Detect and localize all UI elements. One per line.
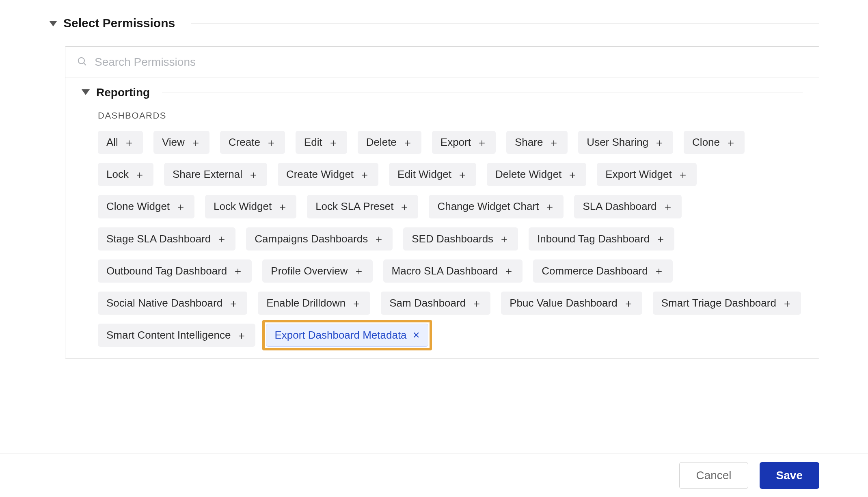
- add-icon[interactable]: ＋: [654, 137, 665, 148]
- add-icon[interactable]: ＋: [124, 137, 134, 148]
- permission-chip[interactable]: Enable Drilldown＋: [258, 292, 370, 315]
- cancel-button[interactable]: Cancel: [679, 462, 748, 489]
- permission-chip[interactable]: SED Dashboards＋: [403, 227, 518, 251]
- permission-chip[interactable]: Smart Content Intelligence＋: [98, 324, 255, 347]
- permission-chip[interactable]: Change Widget Chart＋: [429, 195, 564, 218]
- section-header: Select Permissions: [49, 16, 819, 30]
- add-icon[interactable]: ＋: [233, 266, 243, 276]
- permission-group: Reporting DASHBOARDS All＋View＋Create＋Edi…: [65, 78, 819, 358]
- chip-label: Social Native Dashboard: [106, 297, 222, 309]
- add-icon[interactable]: ＋: [351, 298, 362, 309]
- add-icon[interactable]: ＋: [663, 201, 673, 212]
- add-icon[interactable]: ＋: [374, 233, 384, 244]
- permission-chip[interactable]: Share External＋: [164, 163, 267, 186]
- permission-chip[interactable]: Export＋: [432, 131, 496, 154]
- add-icon[interactable]: ＋: [248, 169, 259, 180]
- add-icon[interactable]: ＋: [544, 201, 555, 212]
- permission-chip[interactable]: Clone＋: [684, 131, 745, 154]
- chip-label: Sam Dashboard: [389, 297, 466, 309]
- add-icon[interactable]: ＋: [277, 201, 288, 212]
- add-icon[interactable]: ＋: [190, 137, 201, 148]
- chip-label: Export Widget: [605, 168, 672, 181]
- permission-chip[interactable]: Delete＋: [358, 131, 421, 154]
- chip-label: Delete: [366, 136, 397, 149]
- permission-chip[interactable]: Delete Widget＋: [487, 163, 586, 186]
- chip-label: Clone: [692, 136, 720, 149]
- add-icon[interactable]: ＋: [399, 201, 410, 212]
- permission-chip[interactable]: Pbuc Value Dashboard＋: [501, 292, 642, 315]
- add-icon[interactable]: ＋: [134, 169, 145, 180]
- permission-chip[interactable]: Create＋: [220, 131, 285, 154]
- svg-marker-0: [49, 21, 57, 26]
- add-icon[interactable]: ＋: [782, 298, 792, 309]
- add-icon[interactable]: ＋: [499, 233, 510, 244]
- add-icon[interactable]: ＋: [216, 233, 227, 244]
- permission-chip[interactable]: Commerce Dashboard＋: [533, 259, 673, 283]
- permissions-panel: Reporting DASHBOARDS All＋View＋Create＋Edi…: [65, 46, 819, 359]
- divider: [162, 93, 803, 93]
- add-icon[interactable]: ＋: [228, 298, 239, 309]
- permission-chip[interactable]: Create Widget＋: [278, 163, 378, 186]
- permission-chip[interactable]: Profile Overview＋: [262, 259, 372, 283]
- chip-label: Lock Widget: [214, 200, 272, 213]
- permission-chip[interactable]: Lock Widget＋: [205, 195, 296, 218]
- add-icon[interactable]: ＋: [457, 169, 468, 180]
- permission-chip[interactable]: Smart Triage Dashboard＋: [653, 292, 801, 315]
- chip-label: All: [106, 136, 118, 149]
- permission-chip[interactable]: Social Native Dashboard＋: [98, 292, 247, 315]
- chip-label: SED Dashboards: [412, 233, 493, 245]
- add-icon[interactable]: ＋: [567, 169, 578, 180]
- collapse-icon[interactable]: [49, 19, 58, 28]
- save-button[interactable]: Save: [760, 462, 819, 489]
- add-icon[interactable]: ＋: [725, 137, 736, 148]
- permission-chip[interactable]: SLA Dashboard＋: [574, 195, 681, 218]
- permission-chip[interactable]: Edit＋: [296, 131, 347, 154]
- group-collapse-icon[interactable]: [82, 88, 90, 97]
- chip-label: Lock SLA Preset: [315, 200, 393, 213]
- add-icon[interactable]: ＋: [175, 201, 186, 212]
- permission-chip[interactable]: Stage SLA Dashboard＋: [98, 227, 235, 251]
- permission-chip[interactable]: Clone Widget＋: [98, 195, 194, 218]
- permission-chip[interactable]: Share＋: [506, 131, 568, 154]
- permission-chip[interactable]: Export Widget＋: [597, 163, 696, 186]
- add-icon[interactable]: ＋: [402, 137, 413, 148]
- chip-label: Create Widget: [286, 168, 354, 181]
- search-row: [65, 47, 819, 78]
- chip-label: Inbound Tag Dashboard: [537, 233, 650, 245]
- permission-chip[interactable]: Macro SLA Dashboard＋: [383, 259, 523, 283]
- permission-chip[interactable]: Campaigns Dashboards＋: [246, 227, 393, 251]
- chip-label: Create: [229, 136, 260, 149]
- divider: [191, 23, 819, 24]
- permission-chip[interactable]: Edit Widget＋: [389, 163, 476, 186]
- add-icon[interactable]: ＋: [328, 137, 339, 148]
- add-icon[interactable]: ＋: [359, 169, 370, 180]
- remove-icon[interactable]: ✕: [412, 331, 420, 340]
- chip-label: Edit: [304, 136, 322, 149]
- add-icon[interactable]: ＋: [354, 266, 364, 276]
- add-icon[interactable]: ＋: [236, 330, 247, 341]
- add-icon[interactable]: ＋: [503, 266, 514, 276]
- add-icon[interactable]: ＋: [655, 233, 666, 244]
- chip-label: Campaigns Dashboards: [255, 233, 368, 245]
- permission-chip[interactable]: Export Dashboard Metadata✕: [266, 324, 428, 347]
- add-icon[interactable]: ＋: [678, 169, 688, 180]
- permission-chip[interactable]: Lock＋: [98, 163, 153, 186]
- add-icon[interactable]: ＋: [266, 137, 276, 148]
- add-icon[interactable]: ＋: [654, 266, 664, 276]
- group-title: Reporting: [96, 86, 150, 99]
- chip-label: SLA Dashboard: [583, 200, 656, 213]
- permission-chip[interactable]: Outbound Tag Dashboard＋: [98, 259, 252, 283]
- permission-chip[interactable]: Inbound Tag Dashboard＋: [529, 227, 674, 251]
- chip-label: Change Widget Chart: [437, 200, 539, 213]
- add-icon[interactable]: ＋: [548, 137, 559, 148]
- search-input[interactable]: [95, 56, 808, 69]
- permission-chip[interactable]: All＋: [98, 131, 143, 154]
- add-icon[interactable]: ＋: [623, 298, 634, 309]
- add-icon[interactable]: ＋: [477, 137, 487, 148]
- permission-chip[interactable]: User Sharing＋: [578, 131, 673, 154]
- permission-chip[interactable]: Lock SLA Preset＋: [307, 195, 418, 218]
- permission-chip[interactable]: View＋: [153, 131, 209, 154]
- permission-chip[interactable]: Sam Dashboard＋: [381, 292, 490, 315]
- chip-label: Macro SLA Dashboard: [392, 265, 498, 277]
- add-icon[interactable]: ＋: [471, 298, 482, 309]
